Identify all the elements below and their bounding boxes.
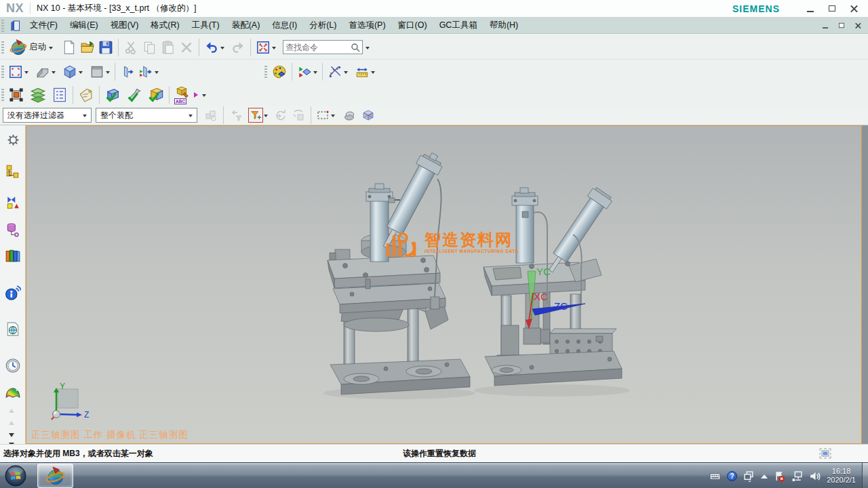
selection-filter-dropdown[interactable]: 没有选择过滤器 — [3, 108, 92, 123]
library-books-icon — [5, 247, 21, 264]
snap-point-button[interactable] — [248, 108, 263, 123]
status-window-icon[interactable] — [819, 448, 831, 461]
mdi-close-icon — [855, 22, 861, 28]
window-restore-tray-icon[interactable] — [743, 470, 755, 482]
touch-assistant-button[interactable] — [5, 284, 21, 302]
save-button[interactable] — [96, 37, 115, 58]
selection-filter-value: 没有选择过滤器 — [7, 110, 64, 121]
toolbar2-grip[interactable] — [1, 66, 4, 78]
reuse-library-button[interactable] — [5, 247, 21, 264]
restore-button[interactable] — [826, 3, 838, 14]
selection-scope-dropdown[interactable]: 整个装配 — [96, 108, 197, 123]
watermark-title: 智造资料网 — [425, 231, 519, 249]
triad-y-label: Y — [60, 382, 65, 391]
web-document-icon — [5, 321, 20, 338]
graphics-window[interactable]: YC XC ZC Y Z — [26, 125, 862, 444]
menu-preferences[interactable]: 首选项(P) — [342, 18, 391, 33]
help-tray-icon[interactable]: ? — [727, 471, 737, 481]
annotation-note-button[interactable] — [77, 85, 96, 105]
sidebar-scroll-up-icon[interactable] — [9, 409, 14, 413]
mdi-minimize-icon — [823, 27, 828, 28]
sidebar-scroll-up2-icon[interactable] — [9, 421, 14, 425]
orient-part-button[interactable] — [34, 62, 57, 82]
isometric-view-button[interactable] — [61, 62, 84, 82]
marquee-select-button[interactable] — [315, 105, 336, 125]
menu-information[interactable]: 信息(I) — [266, 18, 303, 33]
measure-angle-button[interactable] — [326, 62, 349, 82]
move-component-button[interactable] — [7, 85, 26, 105]
minimize-icon — [807, 11, 814, 12]
layer-settings-button[interactable] — [28, 85, 47, 105]
menu-window[interactable]: 窗口(O) — [392, 18, 433, 33]
show-hidden-icons-button[interactable] — [761, 471, 768, 479]
check-tool-button[interactable] — [125, 85, 144, 105]
fit-window-button[interactable] — [7, 62, 30, 82]
menu-file[interactable]: 文件(F) — [24, 18, 64, 33]
menu-view[interactable]: 视图(V) — [104, 18, 145, 33]
snap-point-dropdown-icon[interactable] — [264, 115, 268, 119]
menu-analysis[interactable]: 分析(L) — [303, 18, 342, 33]
materials-button[interactable] — [5, 384, 21, 401]
windows-taskbar: ? 16:18 2020/2/1 — [0, 462, 868, 488]
open-file-button[interactable] — [78, 37, 96, 58]
sidebar-scroll-down-icon[interactable] — [9, 433, 14, 437]
command-finder[interactable] — [283, 40, 363, 54]
start-menu-button[interactable]: 启动 — [7, 37, 56, 58]
menu-help[interactable]: 帮助(H) — [484, 18, 524, 33]
delete-x-icon — [179, 40, 194, 55]
constraint-navigator-button[interactable] — [50, 85, 69, 105]
toolbar1-grip[interactable] — [1, 41, 4, 54]
input-method-keyboard-icon[interactable] — [709, 470, 721, 482]
transparent-cube-button[interactable] — [359, 105, 377, 125]
highlight-body-button[interactable] — [340, 105, 359, 125]
menu-edit[interactable]: 编辑(E) — [64, 18, 104, 33]
orient-view-button[interactable] — [296, 62, 319, 82]
show-component-button[interactable] — [103, 85, 122, 105]
object-name-button[interactable]: ABC — [173, 85, 208, 105]
network-tray-icon[interactable] — [791, 470, 803, 482]
toolbar3-grip[interactable] — [264, 66, 267, 78]
show-desktop-button[interactable] — [862, 463, 868, 488]
command-finder-input[interactable] — [285, 43, 351, 52]
edit-section-button[interactable] — [137, 62, 160, 82]
undo-button[interactable] — [203, 37, 226, 58]
check-body-button[interactable] — [146, 85, 165, 105]
start-dropdown-icon — [49, 47, 53, 52]
flyout-arrow-icon — [194, 92, 201, 98]
constraint-navigator-button[interactable] — [5, 193, 21, 211]
fit-view-button[interactable] — [254, 37, 277, 58]
true-shading-button[interactable] — [270, 62, 288, 82]
mdi-minimize-button[interactable] — [821, 22, 829, 28]
history-button[interactable] — [5, 357, 21, 374]
fixture-model-right: YC XC ZC — [474, 186, 630, 396]
close-button[interactable] — [848, 3, 860, 14]
menu-assemblies[interactable]: 装配(A) — [226, 18, 267, 33]
menu-format[interactable]: 格式(R) — [144, 18, 185, 33]
web-browser-button[interactable] — [5, 320, 21, 338]
menubar-grip[interactable] — [1, 20, 4, 32]
menu-tools[interactable]: 工具(T) — [186, 18, 226, 33]
wcs-z-label: ZC — [554, 300, 568, 312]
cad-model-canvas[interactable]: YC XC ZC Y Z — [26, 126, 862, 444]
volume-tray-icon[interactable] — [809, 470, 821, 482]
assembly-navigator-button[interactable] — [5, 163, 21, 180]
minimize-button[interactable] — [804, 3, 816, 14]
start-orb-button[interactable] — [5, 465, 26, 487]
mdi-close-button[interactable] — [854, 22, 861, 28]
rotate-selection-button — [271, 105, 289, 125]
roles-gear-button[interactable] — [5, 131, 21, 148]
redo-button — [229, 37, 247, 58]
orient-view-icon — [297, 64, 312, 79]
part-navigator-button[interactable] — [5, 220, 21, 238]
search-dropdown-icon[interactable] — [366, 47, 370, 52]
nx-taskbar-button[interactable] — [37, 464, 73, 488]
render-style-button[interactable] — [88, 62, 111, 82]
action-center-flag-icon[interactable] — [774, 470, 785, 482]
clip-section-button[interactable] — [119, 62, 137, 82]
measure-distance-button[interactable] — [353, 62, 376, 82]
mdi-restore-button[interactable] — [837, 22, 845, 28]
toolbar4-grip[interactable] — [1, 89, 4, 101]
menu-gc-toolbox[interactable]: GC工具箱 — [433, 18, 484, 33]
new-file-button[interactable] — [60, 37, 78, 58]
taskbar-clock[interactable]: 16:18 2020/2/1 — [827, 467, 856, 485]
